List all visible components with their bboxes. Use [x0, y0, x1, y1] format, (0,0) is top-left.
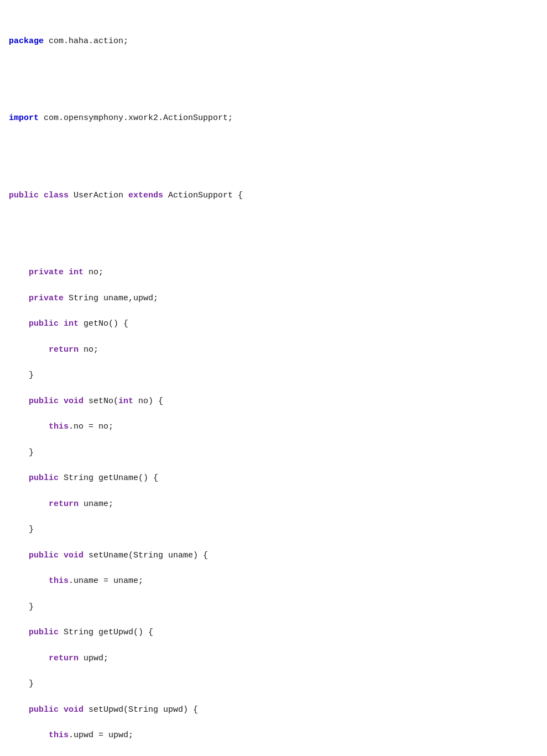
line-3: public class UserAction extends ActionSu… — [9, 189, 538, 202]
line-6: public int getNo() { — [9, 317, 538, 330]
line-7: return no; — [9, 343, 538, 356]
line-blank-3 — [9, 227, 538, 240]
line-4: private int no; — [9, 266, 538, 279]
line-blank-1 — [9, 73, 538, 86]
code-editor: package com.haha.action; import com.open… — [0, 9, 547, 756]
line-15: public void setUname(String uname) { — [9, 549, 538, 562]
line-14: } — [9, 523, 538, 536]
line-17: } — [9, 601, 538, 613]
line-1: package com.haha.action; — [9, 35, 538, 48]
line-13: return uname; — [9, 498, 538, 510]
line-18: public String getUpwd() { — [9, 626, 538, 639]
line-11: } — [9, 446, 538, 459]
line-22: this.upwd = upwd; — [9, 729, 538, 742]
line-16: this.uname = uname; — [9, 575, 538, 587]
line-8: } — [9, 369, 538, 382]
line-5: private String uname,upwd; — [9, 292, 538, 305]
line-21: public void setUpwd(String upwd) { — [9, 703, 538, 716]
line-10: this.no = no; — [9, 420, 538, 433]
line-9: public void setNo(int no) { — [9, 395, 538, 408]
line-blank-2 — [9, 150, 538, 163]
line-2: import com.opensymphony.xwork2.ActionSup… — [9, 112, 538, 124]
line-19: return upwd; — [9, 652, 538, 665]
line-12: public String getUname() { — [9, 472, 538, 484]
line-20: } — [9, 677, 538, 690]
